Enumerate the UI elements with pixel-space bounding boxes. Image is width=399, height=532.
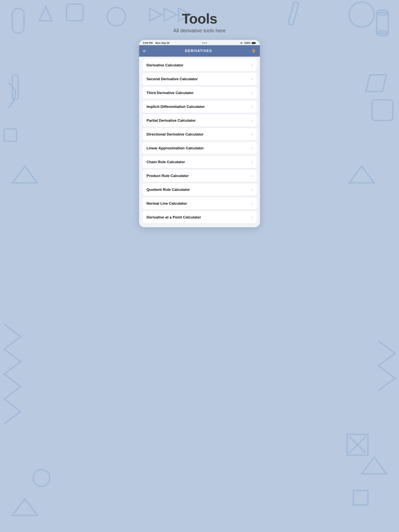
svg-rect-2 — [66, 4, 83, 21]
list-item-label: Implicit Differentiation Calculator — [147, 105, 205, 109]
svg-marker-21 — [362, 457, 386, 474]
svg-rect-10 — [377, 13, 388, 33]
battery-icon — [252, 42, 256, 44]
svg-rect-7 — [288, 2, 299, 25]
list-item[interactable]: Linear Approximation Calculator› — [142, 142, 257, 154]
list-item[interactable]: Derivative at a Point Calculator› — [142, 211, 257, 223]
list-item-label: Partial Derivative Calculator — [147, 118, 196, 123]
header-section: Tools All derivative tools here — [174, 8, 226, 34]
svg-marker-16 — [13, 166, 37, 183]
chevron-icon: › — [251, 160, 252, 164]
svg-rect-20 — [354, 491, 368, 505]
list-item-label: Second Derivative Calculator — [147, 77, 198, 81]
list-item[interactable]: Normal Line Calculator› — [142, 197, 257, 209]
list-item[interactable]: Quotient Rule Calculator› — [142, 184, 257, 196]
svg-rect-33 — [256, 43, 256, 44]
page-subtitle: All derivative tools here — [174, 28, 226, 34]
nav-bar: ≡ DERIVATIVES ♛ — [139, 45, 260, 57]
page-title: Tools — [174, 12, 226, 26]
svg-point-9 — [377, 10, 388, 15]
chevron-icon: › — [251, 90, 252, 95]
status-dot-2 — [204, 43, 205, 44]
page-content: Tools All derivative tools here 6:05 PM … — [133, 0, 266, 239]
list-item[interactable]: Product Rule Calculator› — [142, 170, 257, 182]
list-item-label: Chain Rule Calculator — [147, 160, 185, 164]
status-time-date: 6:05 PM Mon Sep 26 — [143, 41, 169, 44]
list-container: Derivative Calculator›Second Derivative … — [139, 57, 260, 227]
list-item-label: Derivative at a Point Calculator — [147, 215, 201, 219]
list-item[interactable]: Implicit Differentiation Calculator› — [142, 101, 257, 113]
wifi-icon — [240, 42, 243, 44]
svg-point-31 — [241, 44, 242, 44]
svg-rect-0 — [13, 8, 24, 33]
svg-rect-12 — [13, 75, 18, 100]
chevron-icon: › — [251, 132, 252, 137]
list-item[interactable]: Derivative Calculator› — [142, 59, 257, 71]
svg-point-3 — [107, 7, 125, 26]
status-dot-1 — [202, 43, 203, 44]
chevron-icon: › — [251, 63, 252, 67]
svg-point-19 — [33, 470, 50, 486]
list-item[interactable]: Partial Derivative Calculator› — [142, 114, 257, 127]
svg-marker-14 — [366, 75, 387, 91]
nav-title: DERIVATIVES — [185, 49, 212, 53]
list-item-label: Derivative Calculator — [147, 63, 183, 67]
list-item[interactable]: Third Derivative Calculator› — [142, 87, 257, 99]
list-item-label: Directional Derivative Calculator — [147, 132, 204, 137]
list-item[interactable]: Directional Derivative Calculator› — [142, 128, 257, 140]
list-item-label: Third Derivative Calculator — [147, 91, 194, 95]
svg-rect-34 — [252, 42, 255, 44]
list-item-label: Quotient Rule Calculator — [147, 188, 190, 192]
svg-rect-30 — [347, 434, 368, 455]
svg-rect-13 — [4, 129, 17, 141]
crown-icon[interactable]: ♛ — [251, 48, 256, 54]
menu-icon[interactable]: ≡ — [143, 49, 146, 53]
phone-frame: 6:05 PM Mon Sep 26 100% — [139, 40, 260, 227]
chevron-icon: › — [251, 201, 252, 206]
chevron-icon: › — [251, 118, 252, 123]
svg-marker-18 — [13, 499, 37, 515]
chevron-icon: › — [251, 215, 252, 219]
svg-rect-15 — [372, 100, 393, 120]
list-item-label: Product Rule Calculator — [147, 174, 189, 178]
chevron-icon: › — [251, 77, 252, 81]
status-right: 100% — [240, 41, 256, 44]
list-item[interactable]: Second Derivative Calculator› — [142, 73, 257, 85]
svg-point-11 — [377, 31, 388, 36]
status-bar: 6:05 PM Mon Sep 26 100% — [139, 40, 260, 45]
svg-point-8 — [349, 2, 374, 27]
svg-marker-17 — [349, 166, 374, 183]
svg-marker-1 — [39, 6, 52, 21]
chevron-icon: › — [251, 104, 252, 109]
status-dot-3 — [206, 43, 207, 44]
status-dots — [202, 43, 207, 44]
chevron-icon: › — [251, 173, 252, 178]
list-item[interactable]: Chain Rule Calculator› — [142, 156, 257, 168]
list-item-label: Linear Approximation Calculator — [147, 146, 204, 150]
chevron-icon: › — [251, 187, 252, 192]
chevron-icon: › — [251, 146, 252, 150]
list-item-label: Normal Line Calculator — [147, 201, 187, 206]
